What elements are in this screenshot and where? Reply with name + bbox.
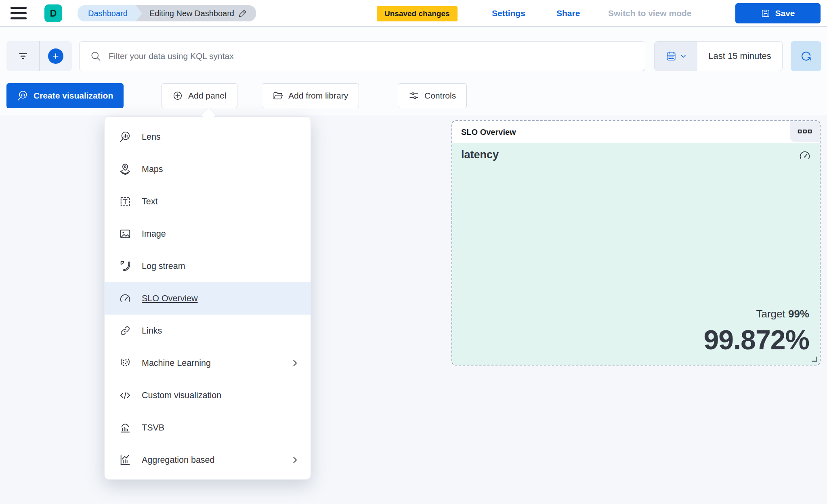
menu-item-label: SLO Overview [142,294,198,304]
panel-resize-handle[interactable] [812,357,817,362]
link-icon [119,325,131,337]
image-icon [119,228,131,240]
chevron-right-icon [290,359,299,368]
maps-icon [119,163,131,175]
breadcrumb: Dashboard Editing New Dashboard [78,5,256,21]
tsvb-icon [119,422,131,434]
breadcrumb-editing-dashboard[interactable]: Editing New Dashboard [136,5,256,21]
unsaved-changes-badge: Unsaved changes [377,6,458,21]
code-icon [119,389,131,401]
breadcrumb-editing-label: Editing New Dashboard [149,5,234,21]
save-icon [761,8,770,18]
menu-item-label: Custom visualization [142,391,221,401]
menu-item-machine-learning[interactable]: Machine Learning [105,347,311,379]
controls-button[interactable]: Controls [398,83,467,108]
menu-item-label: Lens [142,132,161,142]
slo-panel-header: SLO Overview [452,121,820,143]
gauge-icon [799,149,811,162]
menu-item-label: Machine Learning [142,358,211,368]
slo-name: latency [461,149,499,161]
breadcrumb-dashboard[interactable]: Dashboard [78,5,136,21]
menu-item-label: Maps [142,164,163,174]
aggregation-icon [119,454,131,466]
calendar-dropdown-button[interactable] [655,42,697,71]
controls-label: Controls [424,91,456,101]
menu-hamburger-icon[interactable] [10,6,27,20]
chevron-down-icon [680,53,686,59]
refresh-button[interactable] [791,41,821,71]
switch-to-view-mode-link[interactable]: Switch to view mode [608,8,692,18]
menu-item-label: TSVB [142,423,164,433]
add-panel-label: Add panel [188,91,227,101]
text-icon [119,195,131,208]
menu-item-tsvb[interactable]: TSVB [105,412,311,444]
save-button[interactable]: Save [735,3,821,23]
menu-item-label: Aggregation based [142,455,215,465]
menu-item-log-stream[interactable]: Log stream [105,250,311,282]
log-stream-icon [119,260,131,272]
menu-item-text[interactable]: Text [105,185,311,218]
slo-panel-title: SLO Overview [461,128,516,137]
calendar-icon [666,51,676,61]
add-panel-button[interactable]: Add panel [162,83,237,108]
add-from-library-label: Add from library [288,91,348,101]
slo-target: Target 99% [756,308,809,320]
time-range-value[interactable]: Last 15 minutes [697,42,782,71]
panel-options-button[interactable] [790,121,820,142]
menu-item-label: Text [142,197,157,207]
save-button-label: Save [775,8,795,18]
plus-circle-icon [172,90,183,101]
time-range-picker: Last 15 minutes [654,41,783,71]
folder-icon [273,90,283,101]
create-visualization-button[interactable]: Create visualization [6,83,124,108]
menu-item-label: Log stream [142,261,185,271]
avatar[interactable]: D [44,4,62,22]
menu-item-label: Links [142,326,162,336]
slo-target-value: 99% [788,308,809,320]
filter-button-group [6,41,72,71]
menu-item-slo-overview[interactable]: SLO Overview [105,282,311,315]
slo-gauge-icon [119,292,131,304]
lens-icon [17,90,28,101]
add-panel-menu: Lens Maps Text Image Log stream [104,116,311,480]
dashboard-editor-app: D Dashboard Editing New Dashboard Unsave… [0,0,827,504]
share-link[interactable]: Share [556,8,580,18]
filter-icon [17,50,29,62]
chevron-right-icon [290,456,299,464]
slo-value: 99.872% [704,326,809,353]
toolbar-band: Last 15 minutes Create visualization Add… [0,27,827,115]
menu-item-custom-visualization[interactable]: Custom visualization [105,379,311,412]
filter-menu-button[interactable] [6,41,39,71]
sliders-icon [409,90,419,101]
menu-item-maps[interactable]: Maps [105,153,311,185]
menu-item-lens[interactable]: Lens [105,121,311,153]
refresh-icon [800,50,812,62]
machine-learning-icon [119,357,131,369]
settings-link[interactable]: Settings [492,8,525,18]
kql-search-bar [79,41,645,71]
slo-overview-panel: SLO Overview latency Target 99% 99.872% [451,120,821,365]
slo-target-label: Target [756,308,785,320]
top-header-bar: D Dashboard Editing New Dashboard Unsave… [0,0,827,27]
panel-options-icon [798,129,812,134]
slo-panel-body[interactable]: latency Target 99% 99.872% [452,143,820,365]
menu-item-label: Image [142,229,166,239]
lens-icon [119,131,131,143]
add-from-library-button[interactable]: Add from library [262,83,359,108]
create-visualization-label: Create visualization [34,91,113,101]
menu-item-image[interactable]: Image [105,218,311,250]
plus-icon [48,48,63,64]
search-icon [80,50,109,62]
menu-item-aggregation-based[interactable]: Aggregation based [105,444,311,476]
menu-item-links[interactable]: Links [105,315,311,347]
add-filter-button[interactable] [39,41,72,71]
pencil-icon [238,9,247,18]
kql-search-input[interactable] [109,51,645,61]
